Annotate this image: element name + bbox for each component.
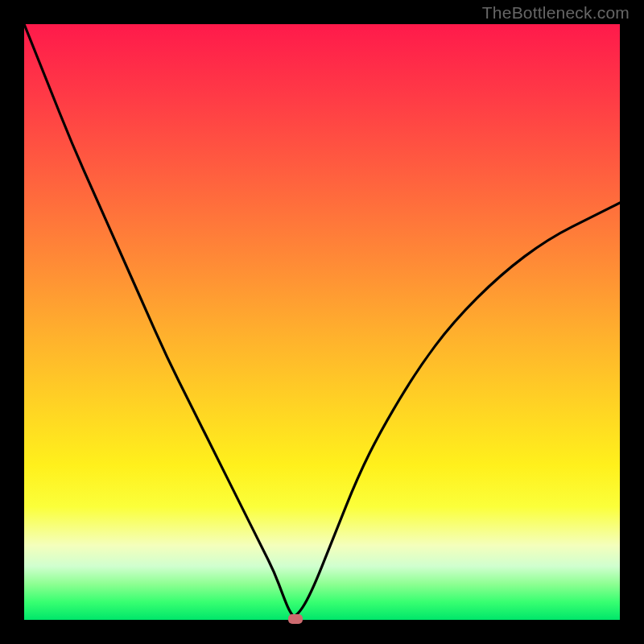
chart-frame: TheBottleneck.com [0,0,644,644]
min-marker [288,614,303,624]
curve-svg [24,24,620,620]
bottleneck-curve-path [24,24,620,616]
watermark-text: TheBottleneck.com [482,3,630,23]
plot-area [24,24,620,620]
